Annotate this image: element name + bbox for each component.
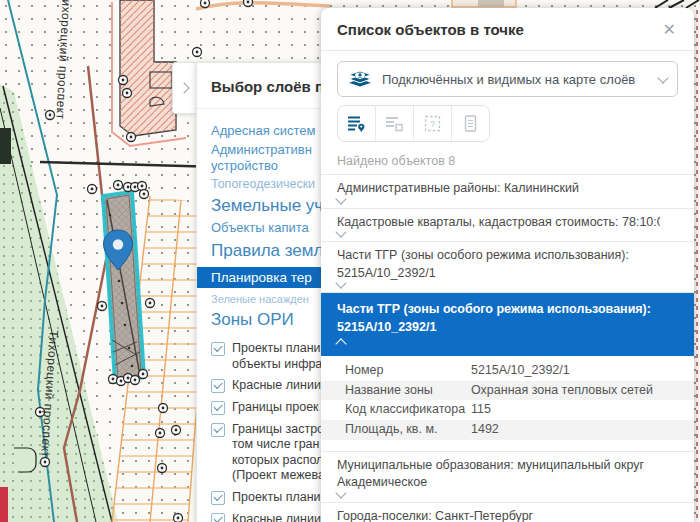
checkbox-checked-icon[interactable] bbox=[211, 401, 225, 415]
objects-toolbar: ? bbox=[337, 105, 490, 142]
checkbox-checked-icon[interactable] bbox=[211, 379, 225, 393]
list-pin-icon bbox=[347, 114, 366, 133]
checkbox-checked-icon[interactable] bbox=[211, 342, 225, 356]
detail-value: 115 bbox=[471, 402, 678, 418]
detail-row: Название зоны Охранная зона тепловых сет… bbox=[321, 381, 694, 401]
detail-row: Код классификатора 115 bbox=[321, 400, 694, 420]
layer-filter-value: Подключённых и видимых на карте слоёв bbox=[382, 72, 650, 87]
object-item-cadastral-quarters[interactable]: Кадастровые кварталы, кадастровая стоимо… bbox=[321, 208, 694, 242]
object-item-municipalities[interactable]: Муниципальные образования: муниципальный… bbox=[321, 451, 694, 502]
collapse-panel-button[interactable] bbox=[172, 62, 196, 114]
document-button[interactable] bbox=[452, 106, 489, 141]
objects-panel-title: Список объектов в точке bbox=[337, 21, 524, 38]
checkbox-checked-icon[interactable] bbox=[211, 513, 225, 522]
objects-at-point-panel: Список объектов в точке ✕ Подключённых и… bbox=[321, 8, 694, 522]
document-icon bbox=[461, 114, 480, 133]
detail-label: Название зоны bbox=[345, 383, 471, 399]
objects-panel-header: Список объектов в точке ✕ bbox=[321, 8, 694, 51]
object-item-cities[interactable]: Города-поселки: Санкт-Петербург bbox=[321, 502, 694, 522]
found-objects-count: Найдено объектов 8 bbox=[321, 150, 694, 174]
list-square-icon bbox=[385, 114, 404, 133]
checkbox-checked-icon[interactable] bbox=[211, 423, 225, 437]
question-frame-button[interactable]: ? bbox=[414, 106, 452, 141]
detail-value: Охранная зона тепловых сетей bbox=[471, 383, 678, 399]
objects-list-with-area-button[interactable] bbox=[376, 106, 414, 141]
detail-label: Площадь, кв. м. bbox=[345, 422, 471, 438]
object-item-tgr-parts[interactable]: Части ТГР (зоны особого режима использов… bbox=[321, 241, 694, 292]
object-details-table: Номер 5215А/10_2392/1 Название зоны Охра… bbox=[321, 356, 694, 446]
layer-filter-dropdown[interactable]: Подключённых и видимых на карте слоёв bbox=[337, 61, 678, 97]
object-item-tgr-parts-expanded[interactable]: Части ТГР (зоны особого режима использов… bbox=[321, 292, 694, 356]
detail-label: Номер bbox=[345, 363, 471, 379]
layers-eye-icon bbox=[347, 70, 373, 88]
object-item-admin-districts[interactable]: Административные районы: Калининский bbox=[321, 174, 694, 208]
question-frame-icon: ? bbox=[423, 114, 442, 133]
close-icon[interactable]: ✕ bbox=[661, 21, 678, 39]
detail-value: 1492 bbox=[471, 422, 678, 438]
chevron-up-icon bbox=[335, 338, 346, 349]
objects-list-with-pin-button[interactable] bbox=[338, 106, 376, 141]
detail-value: 5215А/10_2392/1 bbox=[471, 363, 678, 379]
detail-label: Код классификатора bbox=[345, 402, 471, 418]
chevron-down-icon bbox=[657, 72, 668, 83]
svg-text:?: ? bbox=[430, 119, 435, 129]
detail-row: Площадь, кв. м. 1492 bbox=[321, 420, 694, 440]
checkbox-checked-icon[interactable] bbox=[211, 491, 225, 505]
detail-row: Номер 5215А/10_2392/1 bbox=[321, 361, 694, 381]
chevron-right-icon bbox=[178, 82, 189, 93]
